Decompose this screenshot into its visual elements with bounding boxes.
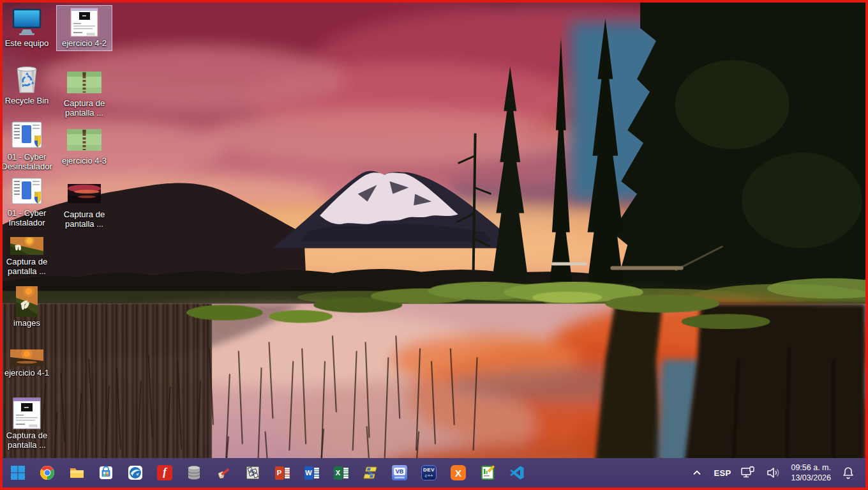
desktop-icon-ejercicio-4-1[interactable]: ejercicio 4-1 [0,346,55,381]
volume-button[interactable] [765,464,782,481]
vscode-icon [509,465,525,480]
excel-letter: X [334,466,343,480]
tray-overflow-button[interactable] [689,464,705,481]
xampp-icon: X [451,465,466,480]
icon-label: Captura de pantalla ... [1,431,53,450]
start-button[interactable] [10,464,26,481]
language-indicator[interactable]: ESP [714,468,731,478]
vscode-button[interactable] [509,464,525,481]
visual-basic-button[interactable]: VB [391,464,408,481]
taskbar: f [3,458,865,487]
keyboard-typing-app-icon [245,465,260,480]
powerpoint-doc [285,468,290,479]
visual-basic-icon: VB [392,465,407,480]
floppy-stack-app-icon [362,465,378,480]
powerpoint-icon: P [275,466,290,480]
xampp-button[interactable]: X [450,464,467,481]
pseint-icon [480,465,495,480]
installer-shield-icon [11,178,42,207]
database-app-button[interactable] [186,464,202,481]
icon-label: 01 - Cyber Desinstalador [1,153,53,171]
xampp-x-glyph: X [455,468,461,478]
icon-label: Recycle Bin [5,96,49,106]
chrome-icon [40,465,55,480]
vb-glyph: VB [394,468,406,475]
red-f-app-icon: f [157,465,172,480]
desktop-screen: Este equipo ejercicio 4-2 [0,0,868,490]
desktop-icon-este-equipo[interactable]: Este equipo [0,5,55,51]
taskbar-app-buttons: f [3,464,525,481]
cpp-glyph: c++ [425,473,433,479]
powerpoint-letter: P [275,466,284,480]
photo-thumbnail-dark-sunset [68,179,101,208]
icon-label: ejercicio 4-1 [4,369,49,378]
ethernet-network-icon [740,466,756,480]
icon-label: ejercicio 4-2 [62,39,107,49]
microsoft-store-icon [98,465,114,480]
windows-start-icon [10,465,26,480]
desktop-icon-captura-ventana[interactable]: Captura de pantalla ... [0,395,55,452]
zip-archive-icon [66,125,102,155]
clock-date: 13/03/2026 [791,473,831,483]
desktop-icon-images[interactable]: images [0,284,55,331]
monitor-icon [11,8,42,37]
clock-time: 09:56 a. m. [791,463,831,473]
network-button[interactable] [740,464,756,481]
clock[interactable]: 09:56 a. m. 13/03/2026 [791,463,831,484]
desktop-icon-captura-sunset[interactable]: Captura de pantalla ... [56,176,112,231]
photo-thumbnail-flower-wide [10,236,43,256]
chevron-up-icon [692,470,701,476]
word-icon: W [304,466,319,480]
f-glyph: f [163,466,167,479]
photo-thumbnail-flower-portrait [16,286,38,317]
desktop-icon-ejercicio-4-2[interactable]: ejercicio 4-2 [56,5,112,51]
system-tray: ESP 09:56 a. m. 13/03/2026 [689,463,865,484]
excel-button[interactable]: X [333,464,349,481]
desktop-icon-cyber-desinstalador[interactable]: 01 - Cyber Desinstalador [0,119,55,174]
desktop-icon-captura-zip[interactable]: Captura de pantalla ... [56,65,112,120]
microsoft-store-button[interactable] [98,464,114,481]
desktop-icon-recycle-bin[interactable]: Recycle Bin [0,61,55,109]
floppy-stack-app-button[interactable] [362,464,378,481]
speaker-icon [766,466,781,480]
powerpoint-button[interactable]: P [274,464,290,481]
dev-cpp-button[interactable]: DEV c++ [421,464,437,481]
desktop-icon-captura-flor[interactable]: Captura de pantalla ... [0,234,55,279]
pencil-app-button[interactable] [215,464,232,481]
dev-glyph: DEV [423,467,435,473]
icon-label: Captura de pantalla ... [1,257,53,276]
icon-label: Captura de pantalla ... [58,210,110,229]
blue-globe-app-icon [128,465,143,480]
keyboard-app-button[interactable] [244,464,261,481]
icon-label: 01 - Cyber Instalador [1,209,53,227]
icon-label: Captura de pantalla ... [58,99,110,118]
database-app-icon [186,465,202,480]
recycle-bin-icon [14,64,40,95]
word-button[interactable]: W [303,464,320,481]
vb-laptop-base [394,477,405,479]
file-explorer-button[interactable] [68,464,85,481]
excel-icon: X [334,466,348,480]
screenshot-window-icon [13,397,41,429]
pseint-button[interactable] [479,464,496,481]
wallpaper-sunset-lake [3,3,865,487]
installer-shield-icon [11,121,42,151]
desktop-icon-cyber-instalador[interactable]: 01 - Cyber Instalador [0,175,55,230]
desktop-icon-ejercicio-4-3[interactable]: ejercicio 4-3 [56,123,112,169]
word-doc [314,468,319,479]
excel-doc [343,468,348,479]
photo-thumbnail-sunset-wide [10,349,43,367]
icon-label: ejercicio 4-3 [62,157,107,166]
screenshot-window-icon [70,8,98,37]
icon-label: images [13,319,40,328]
blue-globe-app-button[interactable] [127,464,144,481]
red-f-app-button[interactable]: f [156,464,173,481]
notifications-button[interactable] [840,464,857,481]
file-explorer-icon [69,465,85,480]
word-letter: W [304,466,313,480]
zip-archive-icon [66,68,102,97]
icon-label: Este equipo [5,39,49,49]
pencil-sharpener-app-icon [216,465,231,480]
chrome-button[interactable] [39,464,56,481]
dev-cpp-icon: DEV c++ [421,465,437,480]
